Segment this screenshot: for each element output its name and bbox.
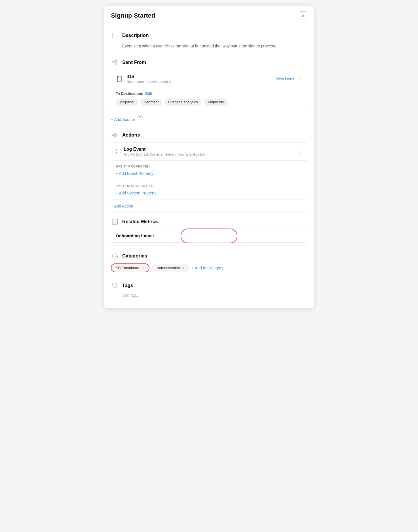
event-panel: Signup Started ··· ✕ Description E [104, 6, 314, 308]
destination-chip-amplitude: Amplitude [204, 99, 228, 106]
panel-header: Signup Started ··· ✕ [104, 6, 314, 25]
metrics-card: Onboarding funnel [111, 229, 307, 243]
destinations-row: To Destinations Edit Mixpanel Segment Fi… [111, 88, 307, 109]
sent-from-title: Sent From [122, 60, 146, 65]
actions-icon [111, 131, 119, 139]
svg-rect-0 [112, 33, 113, 34]
svg-rect-9 [112, 219, 117, 224]
categories-title: Categories [122, 253, 147, 259]
category-auth-label: Authentication [157, 266, 180, 270]
description-title: Description [122, 33, 149, 38]
category-kpi-label: KPI Dashboard [115, 266, 140, 270]
description-text: Event sent when a user clicks the signup… [122, 43, 307, 49]
remove-auth-button[interactable]: ✕ [182, 266, 185, 270]
system-properties-label: SYSTEM PROPERTIES [116, 184, 302, 188]
tags-icon [111, 282, 119, 290]
related-metrics-icon [111, 218, 119, 226]
action-card: Log Event Avo will log/track this as an … [111, 143, 307, 200]
platform-details: iOS Never seen in development [126, 74, 171, 84]
sent-from-header: Sent From [111, 58, 307, 66]
log-event-title: Log Event [124, 147, 206, 152]
more-options-button[interactable]: ··· [289, 13, 295, 19]
add-category-link[interactable]: + Add to Category [192, 266, 223, 270]
tags-section: Tags Add tag... [111, 275, 307, 300]
destination-chip-segment: Segment [140, 99, 162, 106]
related-metrics-section: Related Metrics Onboarding funnel [111, 211, 307, 246]
help-icon[interactable]: ? [137, 115, 143, 120]
related-metrics-header: Related Metrics [111, 218, 307, 226]
svg-rect-5 [117, 76, 121, 82]
event-properties-section: EVENT PROPERTIES + Add Event Property [111, 160, 307, 180]
add-action-link[interactable]: + Add Action [111, 204, 307, 208]
category-chip-kpi[interactable]: KPI Dashboard ✕ [111, 263, 149, 272]
add-event-property-link[interactable]: + Add Event Property [116, 171, 153, 176]
description-header: Description [111, 32, 307, 39]
close-icon: ✕ [301, 13, 305, 18]
add-system-property-link[interactable]: + Add System Property [116, 191, 157, 195]
destination-chip-mixpanel: Mixpanel [116, 99, 138, 106]
destinations-chips: Mixpanel Segment Firebase analytics Ampl… [116, 99, 302, 106]
platform-actions: View Docs ⋮ [275, 76, 302, 82]
tags-title: Tags [122, 283, 133, 288]
platform-status: Never seen in development [126, 80, 171, 84]
log-event-description: Avo will log/track this as an event in y… [124, 152, 206, 156]
category-chip-auth[interactable]: Authentication ✕ [152, 264, 189, 272]
platform-name: iOS [126, 74, 171, 79]
event-properties-label: EVENT PROPERTIES [116, 165, 302, 168]
categories-icon [111, 252, 119, 260]
actions-title: Actions [122, 132, 140, 138]
edit-destinations-link[interactable]: Edit [145, 91, 153, 96]
panel-body: Description Event sent when a user click… [104, 25, 314, 308]
related-metrics-title: Related Metrics [122, 219, 158, 225]
header-actions: ··· ✕ [289, 11, 307, 20]
svg-marker-8 [113, 133, 117, 138]
tags-header: Tags [111, 282, 307, 290]
system-properties-section: SYSTEM PROPERTIES + Add System Property [111, 180, 307, 200]
view-docs-link[interactable]: View Docs [275, 77, 294, 81]
metric-item[interactable]: Onboarding funnel [116, 233, 154, 238]
platform-row: iOS Never seen in development View Docs … [111, 70, 307, 88]
metric-highlight-circle [181, 229, 237, 243]
add-action-row: + Add Action [111, 204, 307, 208]
categories-header: Categories [111, 252, 307, 260]
add-source-link[interactable]: + Add Source [111, 117, 135, 122]
categories-section: Categories KPI Dashboard ✕ Authenticatio… [111, 246, 307, 275]
close-button[interactable]: ✕ [299, 11, 307, 20]
destination-chip-firebase: Firebase analytics [164, 99, 202, 106]
description-section: Description Event sent when a user click… [111, 25, 307, 52]
platform-info: iOS Never seen in development [116, 74, 171, 84]
panel-title: Signup Started [111, 12, 155, 19]
tag-input-placeholder[interactable]: Add tag... [122, 293, 307, 298]
log-event-row: Log Event Avo will log/track this as an … [111, 143, 307, 160]
categories-row: KPI Dashboard ✕ Authentication ✕ + Add t… [111, 263, 307, 272]
sent-from-section: Sent From iOS [111, 52, 307, 125]
svg-rect-1 [112, 35, 113, 36]
actions-section: Actions Log Event Avo will log/track thi… [111, 125, 307, 211]
description-icon [111, 32, 119, 39]
destinations-label: To Destinations Edit [116, 91, 302, 96]
add-source-row: + Add Source ? [111, 113, 307, 122]
log-event-more-button[interactable]: ⋮ [297, 148, 302, 155]
sent-from-card: iOS Never seen in development View Docs … [111, 70, 307, 109]
ios-icon [116, 75, 123, 83]
log-event-info: Log Event Avo will log/track this as an … [124, 147, 206, 156]
svg-rect-2 [112, 37, 113, 38]
actions-header: Actions [111, 131, 307, 139]
log-event-icon [116, 148, 121, 155]
platform-more-button[interactable]: ⋮ [297, 76, 302, 82]
remove-kpi-button[interactable]: ✕ [142, 266, 145, 270]
log-event-left: Log Event Avo will log/track this as an … [116, 147, 206, 156]
status-dot [169, 81, 171, 83]
sent-from-icon [111, 58, 119, 66]
